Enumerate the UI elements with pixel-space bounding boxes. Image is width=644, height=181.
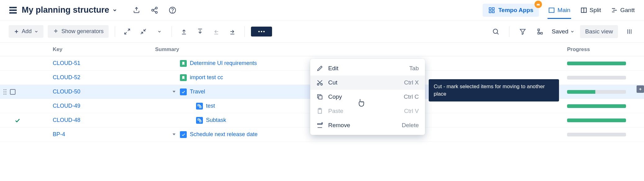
- svg-marker-57: [172, 91, 175, 93]
- progress-bar: [567, 76, 626, 80]
- issue-key-link[interactable]: CLOUD-50: [53, 88, 80, 95]
- menu-item-label: Paste: [328, 108, 399, 114]
- basic-view-label: Basic view: [585, 28, 613, 35]
- expand-toggle[interactable]: [171, 132, 177, 137]
- cut-icon: [316, 79, 323, 86]
- menu-item-edit[interactable]: EditTab: [310, 61, 425, 75]
- issue-key-link[interactable]: CLOUD-51: [53, 60, 80, 66]
- svg-marker-42: [520, 29, 525, 34]
- issue-summary-link[interactable]: Schedule next release date: [190, 131, 257, 138]
- issue-type-icon: [180, 60, 187, 67]
- tooltip: Cut - mark selected items for moving to …: [429, 79, 559, 101]
- save-state-dropdown[interactable]: Saved: [552, 28, 575, 35]
- done-check-icon: [14, 117, 20, 123]
- expand-all-button[interactable]: [121, 26, 133, 37]
- issue-key-link[interactable]: CLOUD-48: [53, 117, 80, 123]
- svg-point-40: [493, 29, 498, 33]
- export-button[interactable]: [132, 6, 141, 15]
- add-column-button[interactable]: +: [637, 85, 644, 93]
- svg-point-12: [172, 12, 172, 12]
- column-header-summary[interactable]: Summary: [155, 46, 567, 53]
- issue-summary-link[interactable]: Subtask: [206, 117, 226, 123]
- structure-title-dropdown[interactable]: My planning structure: [22, 5, 117, 15]
- svg-rect-70: [318, 124, 322, 125]
- svg-point-8: [155, 11, 157, 13]
- chevron-down-icon: [112, 8, 117, 13]
- svg-point-55: [3, 93, 4, 94]
- menu-item-label: Remove: [328, 122, 397, 129]
- svg-point-7: [152, 9, 154, 11]
- svg-point-51: [3, 89, 4, 90]
- issue-key-link[interactable]: CLOUD-49: [53, 103, 80, 109]
- menu-item-remove[interactable]: RemoveDelete: [310, 118, 425, 132]
- issue-summary-link[interactable]: test: [206, 103, 215, 109]
- drag-handle-icon[interactable]: [3, 89, 7, 95]
- progress-bar: [567, 90, 626, 94]
- move-down-button[interactable]: [194, 26, 206, 37]
- svg-rect-67: [319, 96, 322, 99]
- help-button[interactable]: [168, 6, 177, 15]
- svg-line-10: [154, 11, 156, 12]
- svg-point-54: [5, 91, 6, 92]
- svg-point-63: [317, 84, 319, 85]
- context-menu: EditTabCutCtrl XCopyCtrl CPasteCtrl VRem…: [310, 59, 425, 135]
- issue-key-link[interactable]: CLOUD-52: [53, 74, 80, 80]
- structure-icon: [9, 6, 17, 15]
- add-label: Add: [22, 28, 32, 35]
- tempo-apps-label: Tempo Apps: [498, 7, 533, 14]
- show-generators-button[interactable]: Show generators: [48, 25, 109, 38]
- menu-item-label: Edit: [328, 65, 404, 72]
- toolbar: Add Show generators: [0, 20, 644, 43]
- svg-rect-16: [492, 11, 494, 12]
- more-actions-button[interactable]: [251, 27, 272, 37]
- issue-type-icon: [196, 103, 203, 110]
- expand-toggle[interactable]: [171, 89, 177, 95]
- menu-item-label: Cut: [328, 79, 399, 86]
- issue-summary-link[interactable]: Determine UI requirements: [190, 60, 257, 67]
- view-tab-main[interactable]: Main: [548, 2, 571, 19]
- outdent-button[interactable]: [210, 26, 222, 37]
- search-button[interactable]: [490, 26, 502, 37]
- svg-rect-3: [12, 10, 16, 10]
- svg-point-39: [263, 31, 265, 32]
- menu-item-cut[interactable]: CutCtrl X: [310, 75, 425, 90]
- svg-rect-59: [200, 106, 201, 108]
- menu-item-copy[interactable]: CopyCtrl C: [310, 90, 425, 104]
- saved-label: Saved: [552, 28, 568, 35]
- issue-summary-link[interactable]: import test cc: [190, 74, 223, 81]
- move-up-button[interactable]: [178, 26, 190, 37]
- share-button[interactable]: [150, 6, 159, 15]
- menu-item-paste: PasteCtrl V: [310, 104, 425, 118]
- view-tab-split[interactable]: Split: [580, 2, 602, 19]
- svg-rect-43: [538, 29, 540, 31]
- filter-button[interactable]: [517, 26, 529, 37]
- svg-point-56: [5, 93, 6, 94]
- column-header-progress[interactable]: Progress: [567, 46, 635, 53]
- svg-rect-17: [549, 8, 554, 12]
- svg-point-37: [258, 31, 260, 32]
- expand-level-dropdown[interactable]: [154, 26, 165, 37]
- apps-icon: [488, 7, 495, 14]
- tab-label: Main: [557, 7, 570, 14]
- issue-summary-link[interactable]: Travel: [190, 88, 205, 95]
- svg-rect-2: [10, 10, 12, 10]
- basic-view-button[interactable]: Basic view: [580, 25, 618, 38]
- columns-button[interactable]: [624, 26, 635, 37]
- column-header-key[interactable]: Key: [37, 46, 155, 53]
- svg-rect-4: [10, 12, 12, 13]
- collapse-all-button[interactable]: [137, 26, 149, 37]
- view-tab-gantt[interactable]: Gantt: [610, 2, 635, 19]
- tab-label: Split: [590, 7, 601, 14]
- svg-line-9: [154, 8, 156, 10]
- issue-key-link[interactable]: BP-4: [53, 131, 65, 137]
- row-checkbox[interactable]: [10, 89, 16, 95]
- transform-button[interactable]: [534, 26, 546, 37]
- progress-bar: [567, 133, 626, 136]
- add-button[interactable]: Add: [9, 25, 43, 38]
- indent-button[interactable]: [226, 26, 238, 37]
- svg-line-28: [141, 32, 143, 34]
- svg-point-38: [261, 31, 262, 32]
- topbar: My planning structure Tempo Apps Main: [0, 0, 644, 20]
- tempo-apps-button[interactable]: Tempo Apps: [483, 4, 539, 17]
- svg-line-27: [144, 29, 146, 31]
